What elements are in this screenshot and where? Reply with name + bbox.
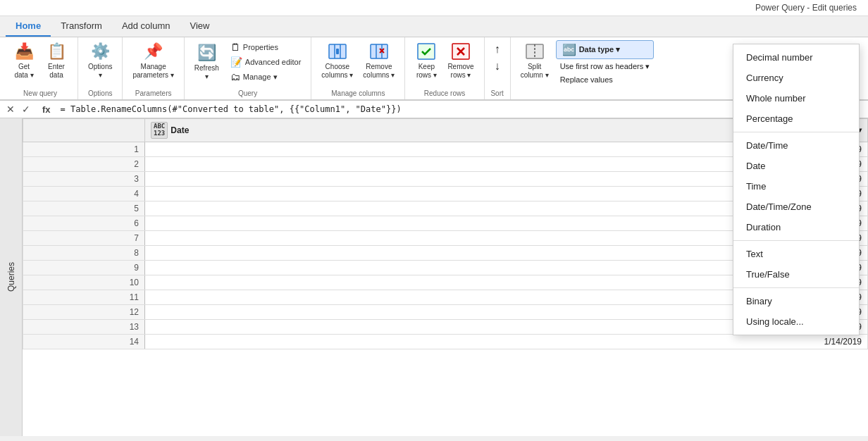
- row-number-cell: 7: [23, 230, 145, 245]
- ribbon-group-parameters: 📌 Manageparameters ▾ Parameters: [123, 37, 184, 99]
- formula-cancel-button[interactable]: ✕: [4, 103, 17, 116]
- advanced-editor-button[interactable]: 📝 Advanced editor: [226, 55, 306, 69]
- get-data-button[interactable]: 📥 Getdata ▾: [8, 37, 39, 82]
- ribbon-group-new-query: 📥 Getdata ▾ 📋 Enterdata New query: [3, 37, 78, 99]
- ribbon-group-manage-columns: Choosecolumns ▾ Removecolumns ▾ Manage c…: [311, 37, 405, 99]
- manage-button[interactable]: 🗂 Manage ▾: [226, 70, 306, 84]
- ribbon-group-reduce-rows-items: Keeprows ▾ Removerows ▾: [411, 37, 478, 88]
- data-type-dropdown: Decimal numberCurrencyWhole numberPercen…: [733, 44, 860, 335]
- row-number-cell: 6: [23, 216, 145, 230]
- row-number-cell: 4: [23, 186, 145, 201]
- ribbon-group-right-label: [516, 96, 655, 99]
- date-value-cell[interactable]: 1/14/2019: [145, 334, 868, 349]
- svg-rect-4: [371, 44, 388, 58]
- formula-confirm-button[interactable]: ✓: [20, 103, 32, 116]
- dropdown-item-percentage[interactable]: Percentage: [733, 108, 859, 129]
- row-number-cell: 9: [23, 260, 145, 275]
- tab-home[interactable]: Home: [6, 16, 51, 37]
- row-number-header: [23, 119, 145, 142]
- sort-desc-button[interactable]: ↓: [490, 58, 504, 74]
- ribbon-group-sort-items: ↑ ↓: [490, 37, 504, 88]
- tab-view[interactable]: View: [180, 16, 220, 37]
- svg-rect-3: [336, 49, 339, 54]
- get-data-icon: 📥: [13, 40, 35, 63]
- row-number-cell: 12: [23, 304, 145, 319]
- ribbon-group-sort: ↑ ↓ Sort: [485, 37, 511, 99]
- ribbon-group-query: 🔄 Refresh▾ 🗒 Properties 📝 Advanced edito…: [185, 37, 312, 99]
- remove-rows-icon: [450, 40, 472, 63]
- choose-columns-button[interactable]: Choosecolumns ▾: [317, 37, 357, 82]
- dropdown-divider: [733, 240, 859, 241]
- dropdown-item-binary[interactable]: Binary: [733, 291, 859, 311]
- ribbon-group-manage-columns-items: Choosecolumns ▾ Removecolumns ▾: [317, 37, 399, 88]
- formula-fx-label: fx: [38, 104, 55, 115]
- keep-rows-button[interactable]: Keeprows ▾: [411, 37, 442, 82]
- options-button[interactable]: ⚙️ Options▾: [84, 37, 116, 82]
- remove-columns-button[interactable]: Removecolumns ▾: [359, 37, 399, 82]
- row-number-cell: 2: [23, 156, 145, 171]
- enter-data-button[interactable]: 📋 Enterdata: [41, 37, 72, 82]
- column-name: Date: [170, 125, 189, 135]
- dropdown-item-time[interactable]: Time: [733, 176, 859, 197]
- use-first-row-label: Use first row as headers ▾: [560, 62, 650, 71]
- enter-data-icon: 📋: [45, 40, 68, 63]
- dropdown-item-date[interactable]: Date: [733, 156, 859, 176]
- query-group-items: 🔄 Refresh▾ 🗒 Properties 📝 Advanced edito…: [190, 37, 306, 88]
- remove-columns-icon: [368, 40, 390, 63]
- keep-rows-label: Keeprows ▾: [416, 63, 437, 80]
- dropdown-item-currency[interactable]: Currency: [733, 68, 859, 88]
- right-small-group: 🔤 Data type ▾ Use first row as headers ▾…: [556, 40, 655, 85]
- tab-transform[interactable]: Transform: [51, 16, 112, 37]
- use-first-row-button[interactable]: Use first row as headers ▾: [556, 61, 655, 73]
- row-number-cell: 10: [23, 275, 145, 290]
- svg-rect-9: [418, 44, 435, 59]
- options-label: Options▾: [88, 63, 112, 80]
- split-column-icon: [523, 40, 546, 63]
- ribbon-group-parameters-label: Parameters: [128, 88, 178, 99]
- query-small-buttons: 🗒 Properties 📝 Advanced editor 🗂 Manage …: [226, 40, 306, 84]
- get-data-label: Getdata ▾: [14, 63, 33, 80]
- column-type-icon: ABC123: [151, 122, 168, 139]
- dropdown-item-datetime[interactable]: Date/Time: [733, 135, 859, 156]
- dropdown-divider: [733, 132, 859, 132]
- dropdown-item-using-locale[interactable]: Using locale...: [733, 311, 859, 332]
- ribbon-group-manage-columns-label: Manage columns: [317, 88, 399, 99]
- properties-button[interactable]: 🗒 Properties: [226, 40, 306, 54]
- dropdown-item-duration[interactable]: Duration: [733, 217, 859, 237]
- ribbon-group-query-label: Query: [190, 88, 306, 99]
- dropdown-item-whole-number[interactable]: Whole number: [733, 88, 859, 108]
- properties-label: Properties: [243, 43, 278, 51]
- split-column-label: Splitcolumn ▾: [521, 63, 549, 80]
- ribbon-group-sort-label: Sort: [490, 88, 504, 99]
- refresh-button[interactable]: 🔄 Refresh▾: [190, 39, 223, 84]
- replace-values-label: Replace values: [560, 75, 613, 84]
- split-column-button[interactable]: Splitcolumn ▾: [516, 37, 553, 82]
- row-number-cell: 14: [23, 334, 145, 349]
- choose-columns-icon: [326, 40, 349, 63]
- refresh-icon: 🔄: [195, 42, 218, 64]
- dropdown-item-decimal-number[interactable]: Decimal number: [733, 47, 859, 68]
- choose-columns-label: Choosecolumns ▾: [321, 63, 353, 80]
- dropdown-item-truefalse[interactable]: True/False: [733, 264, 859, 285]
- tab-add-column[interactable]: Add column: [112, 16, 180, 37]
- data-type-button[interactable]: 🔤 Data type ▾: [556, 40, 655, 59]
- replace-values-button[interactable]: Replace values: [556, 74, 655, 85]
- sort-asc-button[interactable]: ↑: [490, 42, 504, 57]
- data-type-label: Data type ▾: [579, 45, 621, 54]
- dropdown-item-text[interactable]: Text: [733, 244, 859, 264]
- row-number-cell: 8: [23, 245, 145, 260]
- manage-parameters-label: Manageparameters ▾: [132, 63, 173, 80]
- sidebar[interactable]: Queries: [0, 118, 23, 436]
- ribbon-right-items: Splitcolumn ▾ 🔤 Data type ▾ Use first ro…: [516, 37, 655, 96]
- ribbon-group-reduce-rows: Keeprows ▾ Removerows ▾ Reduce rows: [405, 37, 484, 99]
- sidebar-label: Queries: [6, 262, 16, 292]
- row-number-cell: 1: [23, 142, 145, 156]
- manage-icon: 🗂: [230, 71, 240, 82]
- ribbon-group-reduce-rows-label: Reduce rows: [411, 88, 478, 99]
- manage-parameters-button[interactable]: 📌 Manageparameters ▾: [128, 37, 178, 82]
- dropdown-item-datetimezone[interactable]: Date/Time/Zone: [733, 197, 859, 217]
- refresh-label: Refresh▾: [194, 64, 219, 81]
- sort-desc-icon: ↓: [495, 60, 500, 73]
- ribbon-group-options-label: Options: [84, 88, 116, 99]
- remove-rows-button[interactable]: Removerows ▾: [443, 37, 478, 82]
